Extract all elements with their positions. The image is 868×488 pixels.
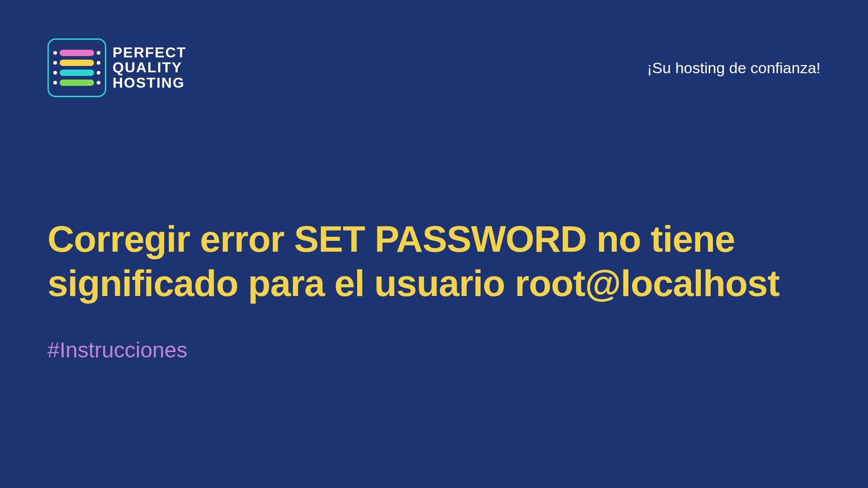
logo-text: Perfect Quality Hosting bbox=[113, 45, 186, 91]
dot-icon bbox=[97, 51, 100, 55]
logo-bar-row bbox=[53, 60, 100, 66]
tagline: ¡Su hosting de confianza! bbox=[647, 59, 821, 77]
dot-icon bbox=[97, 61, 100, 65]
dot-icon bbox=[53, 71, 57, 75]
logo-bar-row bbox=[53, 70, 100, 76]
logo-text-line: Perfect bbox=[113, 45, 186, 61]
dot-icon bbox=[53, 81, 57, 84]
header: Perfect Quality Hosting ¡Su hosting de c… bbox=[47, 38, 821, 97]
dot-icon bbox=[97, 71, 100, 75]
page-title: Corregir error SET PASSWORD no tiene sig… bbox=[47, 217, 821, 306]
main-content: Corregir error SET PASSWORD no tiene sig… bbox=[47, 217, 821, 362]
bar-icon bbox=[60, 60, 94, 66]
logo: Perfect Quality Hosting bbox=[47, 38, 186, 97]
bar-icon bbox=[60, 70, 94, 76]
bar-icon bbox=[60, 80, 94, 86]
logo-icon bbox=[47, 38, 106, 97]
dot-icon bbox=[53, 51, 57, 55]
dot-icon bbox=[53, 61, 57, 65]
logo-bar-row bbox=[53, 50, 100, 56]
logo-text-line: Hosting bbox=[113, 75, 186, 91]
logo-bar-row bbox=[53, 80, 100, 86]
page-container: Perfect Quality Hosting ¡Su hosting de c… bbox=[0, 0, 868, 488]
hashtag: #Instrucciones bbox=[47, 338, 821, 362]
bar-icon bbox=[60, 50, 94, 56]
dot-icon bbox=[97, 81, 100, 84]
logo-text-line: Quality bbox=[113, 60, 186, 75]
